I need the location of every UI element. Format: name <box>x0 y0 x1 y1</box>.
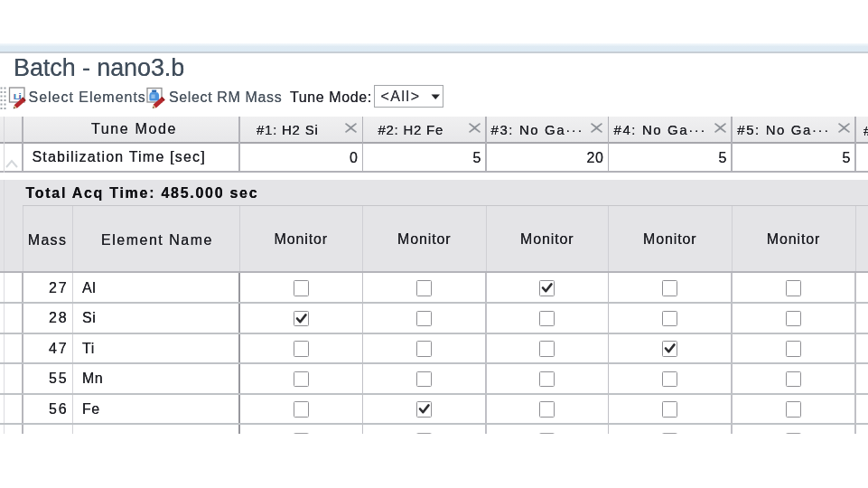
svg-text:Li: Li <box>14 91 21 101</box>
